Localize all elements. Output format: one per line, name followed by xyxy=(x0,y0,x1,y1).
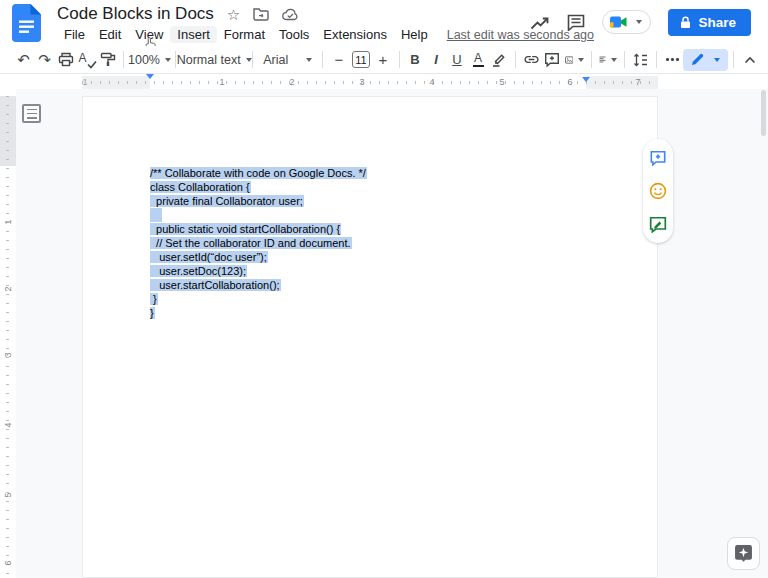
code-block: /** Collaborate with code on Google Docs… xyxy=(150,166,367,320)
margin-action-pill xyxy=(643,139,673,243)
font-select[interactable]: Arial xyxy=(258,49,317,71)
font-size-input[interactable]: 11 xyxy=(352,51,369,68)
document-saved-cloud-icon[interactable] xyxy=(282,8,299,21)
ruler-vertical[interactable]: 123456 xyxy=(0,89,16,578)
paragraph-style-select[interactable]: Normal text xyxy=(181,49,247,71)
editing-mode-button[interactable] xyxy=(683,49,728,71)
ruler-number: 6 xyxy=(3,557,13,570)
text-color-button[interactable]: A xyxy=(468,49,489,71)
google-docs-window: Code Blocks in Docs ☆ File Edi xyxy=(0,0,768,578)
hide-menus-button[interactable] xyxy=(739,49,760,71)
ruler-number: 1 xyxy=(219,77,224,87)
ruler-horizontal[interactable]: 11234567 xyxy=(82,76,658,89)
lock-icon xyxy=(680,16,691,29)
more-options-button[interactable] xyxy=(662,49,683,71)
code-line[interactable]: /** Collaborate with code on Google Docs… xyxy=(150,166,367,180)
bold-button[interactable]: B xyxy=(405,49,426,71)
ruler-v-ticks xyxy=(6,96,9,578)
code-line[interactable]: } xyxy=(150,306,367,320)
underline-button[interactable]: U xyxy=(447,49,468,71)
menu-extensions[interactable]: Extensions xyxy=(316,26,394,43)
ruler-number: 4 xyxy=(3,419,13,432)
menu-edit[interactable]: Edit xyxy=(92,26,128,43)
toolbar: ↶ ↷ A 100% xyxy=(0,46,768,74)
code-line[interactable]: private final Collaborator user; xyxy=(150,194,367,208)
star-icon[interactable]: ☆ xyxy=(227,7,240,22)
menu-bar: File Edit View Insert Format Tools Exten… xyxy=(57,26,594,43)
insert-image-button[interactable] xyxy=(563,49,586,71)
code-line[interactable]: class Collaboration { xyxy=(150,180,367,194)
menu-insert[interactable]: Insert xyxy=(170,26,217,43)
code-line[interactable]: user.startCollaboration(); xyxy=(150,278,367,292)
insert-link-button[interactable] xyxy=(521,49,542,71)
share-label: Share xyxy=(698,15,736,30)
ruler-number: 5 xyxy=(3,489,13,502)
menu-tools[interactable]: Tools xyxy=(272,26,316,43)
ruler-number: 6 xyxy=(567,77,572,87)
menu-format[interactable]: Format xyxy=(217,26,272,43)
pencil-icon xyxy=(691,53,704,66)
ruler-number: 2 xyxy=(3,283,13,296)
print-button[interactable] xyxy=(55,49,76,71)
top-bar-actions: Share xyxy=(530,7,751,37)
document-canvas: 123456 /** Collaborate with code on Goog… xyxy=(0,89,768,578)
ruler-number: 1 xyxy=(82,77,87,87)
menu-help[interactable]: Help xyxy=(394,26,435,43)
docs-logo-icon[interactable] xyxy=(12,4,41,46)
highlight-color-button[interactable] xyxy=(489,49,510,71)
ruler-number: 3 xyxy=(3,349,13,362)
document-page[interactable]: /** Collaborate with code on Google Docs… xyxy=(82,96,658,578)
ruler-number: 3 xyxy=(359,77,364,87)
share-button[interactable]: Share xyxy=(668,9,751,36)
ruler-number: 5 xyxy=(499,77,504,87)
join-meet-button[interactable] xyxy=(602,10,651,34)
move-folder-icon[interactable] xyxy=(253,7,269,21)
menu-file[interactable]: File xyxy=(57,26,92,43)
code-line[interactable]: // Set the collaborator ID and document. xyxy=(150,236,367,250)
explore-icon xyxy=(734,544,753,563)
code-line[interactable]: } xyxy=(150,292,367,306)
ruler-number: 4 xyxy=(429,77,434,87)
document-title[interactable]: Code Blocks in Docs xyxy=(57,4,214,24)
add-comment-margin-icon[interactable] xyxy=(648,148,668,168)
code-line[interactable]: user.setId(“doc user”); xyxy=(150,250,367,264)
meet-camera-icon xyxy=(610,16,627,28)
code-line[interactable]: public static void startCollaboration() … xyxy=(150,222,367,236)
spellcheck-button[interactable]: A xyxy=(76,49,97,71)
zoom-select[interactable]: 100% xyxy=(129,49,170,71)
document-stats-icon[interactable] xyxy=(530,15,550,30)
paint-format-button[interactable] xyxy=(97,49,118,71)
meet-dropdown-caret[interactable] xyxy=(636,20,642,24)
ruler-number: 1 xyxy=(3,216,13,229)
ruler-number: 7 xyxy=(635,77,640,87)
ruler-number: 2 xyxy=(289,77,294,87)
top-bar: Code Blocks in Docs ☆ File Edi xyxy=(0,0,768,46)
line-spacing-button[interactable] xyxy=(630,49,651,71)
scrollbar-thumb[interactable] xyxy=(761,90,766,136)
code-line[interactable]: user.setDoc(123); xyxy=(150,264,367,278)
decrease-font-size-button[interactable]: − xyxy=(328,49,349,71)
title-area: Code Blocks in Docs ☆ File Edi xyxy=(57,3,594,43)
align-button[interactable] xyxy=(597,49,619,71)
redo-button[interactable]: ↷ xyxy=(34,49,55,71)
open-comments-icon[interactable] xyxy=(567,14,585,31)
show-outline-button[interactable] xyxy=(22,104,41,123)
undo-button[interactable]: ↶ xyxy=(13,49,34,71)
code-line[interactable] xyxy=(150,208,367,222)
explore-button[interactable] xyxy=(727,537,760,570)
italic-button[interactable]: I xyxy=(426,49,447,71)
emoji-reaction-icon[interactable] xyxy=(648,181,668,201)
add-comment-button[interactable] xyxy=(542,49,563,71)
increase-font-size-button[interactable]: + xyxy=(373,49,394,71)
suggest-edits-icon[interactable] xyxy=(648,214,668,234)
